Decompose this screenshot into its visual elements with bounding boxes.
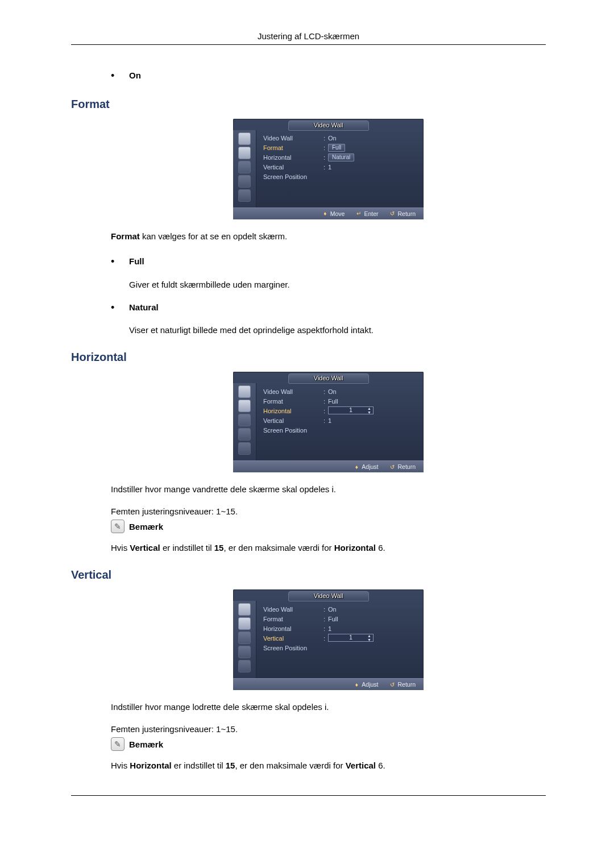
triangle-up-icon: ▲ xyxy=(367,634,371,638)
osd-row-format: Format : Full xyxy=(263,143,424,153)
return-icon: ↺ xyxy=(389,682,395,688)
format-intro: Format kan vælges for at se en opdelt sk… xyxy=(111,230,546,243)
vertical-levels: Femten justeringsniveauer: 1~15. xyxy=(111,724,546,734)
osd-row-screenposition: Screen Position xyxy=(263,172,424,182)
heading-vertical: Vertical xyxy=(71,568,546,582)
vertical-note: Hvis Horizontal er indstillet til 15, er… xyxy=(111,759,546,773)
adjust-icon: ♦ xyxy=(354,464,359,470)
osd-panel-horizontal: Video Wall Video Wall : On xyxy=(233,372,424,472)
note-b3: Vertical xyxy=(346,761,376,770)
osd-row-label: Vertical xyxy=(263,417,323,424)
note-t2: er indstillet til xyxy=(160,543,214,553)
note-b2: 15 xyxy=(226,761,235,770)
osd-sidebar-icon-5 xyxy=(238,189,251,202)
format-intro-rest: kan vælges for at se en opdelt skærm. xyxy=(140,231,287,241)
osd-sidebar-icon-4 xyxy=(238,428,251,441)
osd-sidebar-icon-1 xyxy=(238,603,251,616)
heading-format: Format xyxy=(71,98,546,111)
osd-title: Video Wall xyxy=(288,373,369,384)
osd-sidebar-icon-3 xyxy=(238,414,251,426)
osd-row-label: Video Wall xyxy=(263,606,323,613)
vertical-desc: Indstiller hvor mange lodrette dele skær… xyxy=(111,700,546,714)
osd-footer: ♦Adjust ↺Return xyxy=(233,460,424,472)
note-icon: ✎ xyxy=(111,737,125,751)
osd-title: Video Wall xyxy=(288,121,369,131)
osd-row-value: On xyxy=(328,135,337,142)
note-row: ✎ Bemærk xyxy=(111,737,546,751)
osd-row-label: Screen Position xyxy=(263,173,323,180)
osd-sidebar-icon-5 xyxy=(238,442,251,455)
osd-sidebar xyxy=(233,383,256,460)
note-b1: Vertical xyxy=(130,543,160,553)
osd-row-label: Vertical xyxy=(263,635,323,642)
note-label: Bemærk xyxy=(129,740,163,749)
osd-sidebar xyxy=(233,130,256,207)
osd-row-label: Video Wall xyxy=(263,135,323,142)
bullet-dot-icon: • xyxy=(111,68,129,84)
adjust-icon: ♦ xyxy=(354,682,359,688)
osd-row-label: Video Wall xyxy=(263,388,323,395)
osd-sidebar-icon-2 xyxy=(238,617,251,630)
osd-row-vertical: Vertical : 1 xyxy=(263,163,424,172)
osd-row-format: Format : Full xyxy=(263,396,424,406)
osd-footer: ♦Adjust ↺Return xyxy=(233,678,424,690)
osd-sidebar-icon-3 xyxy=(238,161,251,173)
natural-desc: Viser et naturligt billede med det oprin… xyxy=(129,323,546,337)
osd-colon: : xyxy=(323,398,328,405)
osd-sidebar-icon-2 xyxy=(238,400,251,412)
osd-colon: : xyxy=(323,625,328,632)
triangle-down-icon: ▼ xyxy=(367,638,371,642)
bullet-full-label: Full xyxy=(129,255,144,268)
osd-row-value: 1 xyxy=(328,625,331,632)
osd-row-value: 1 xyxy=(328,164,331,171)
osd-slider: 1▲▼ xyxy=(328,406,374,414)
osd-row-label: Format xyxy=(263,144,323,151)
format-intro-bold: Format xyxy=(111,231,140,241)
osd-colon: : xyxy=(323,408,328,414)
triangle-down-icon: ▼ xyxy=(367,410,371,414)
osd-colon: : xyxy=(323,164,328,171)
osd-row-label: Screen Position xyxy=(263,427,323,434)
bullet-on: • On xyxy=(111,68,546,84)
bullet-natural: • Natural xyxy=(111,300,546,316)
osd-row-videowall: Video Wall : On xyxy=(263,604,424,614)
osd-panel-vertical: Video Wall Video Wall : On xyxy=(233,589,424,690)
osd-row-value: On xyxy=(328,606,337,613)
horizontal-desc: Indstiller hvor mange vandrette dele skæ… xyxy=(111,483,546,496)
osd-colon: : xyxy=(323,135,328,142)
osd-list: Video Wall : On Format : Full Horizontal… xyxy=(256,130,424,207)
osd-sidebar-icon-1 xyxy=(238,132,251,145)
move-icon: ♦ xyxy=(322,210,328,217)
osd-row-value: Full xyxy=(328,616,338,622)
note-label: Bemærk xyxy=(129,522,163,531)
bullet-dot-icon: • xyxy=(111,300,129,316)
osd-footer-adjust: Adjust xyxy=(362,681,378,688)
full-desc: Giver et fuldt skærmbillede uden margine… xyxy=(129,278,546,292)
osd-row-vertical: Vertical : 1▲▼ xyxy=(263,633,424,643)
osd-row-horizontal: Horizontal : Natural xyxy=(263,153,424,163)
osd-row-value-pill: Natural xyxy=(328,153,354,161)
note-t2: er indstillet til xyxy=(172,761,226,770)
osd-row-value: 1 xyxy=(328,417,331,424)
note-t3: , er den maksimale værdi for xyxy=(223,543,334,553)
bullet-on-label: On xyxy=(129,69,141,82)
osd-row-label: Format xyxy=(263,398,323,405)
bullet-full: • Full xyxy=(111,254,546,270)
osd-footer-return: Return xyxy=(397,681,416,688)
page-header: Justering af LCD-skærmen xyxy=(71,31,546,45)
osd-colon: : xyxy=(323,417,328,424)
note-t3: , er den maksimale værdi for xyxy=(235,761,345,770)
return-icon: ↺ xyxy=(389,464,395,470)
osd-row-label: Screen Position xyxy=(263,645,323,651)
osd-colon: : xyxy=(323,606,328,613)
osd-row-vertical: Vertical : 1 xyxy=(263,416,424,425)
osd-footer: ♦Move ↵Enter ↺Return xyxy=(233,207,424,219)
note-icon: ✎ xyxy=(111,520,125,533)
osd-slider-value: 1 xyxy=(349,634,352,641)
osd-row-label: Horizontal xyxy=(263,408,323,414)
osd-footer-return: Return xyxy=(397,210,416,217)
note-t4: 6. xyxy=(376,543,385,553)
osd-sidebar-icon-4 xyxy=(238,175,251,188)
page-footer-rule xyxy=(71,795,546,796)
note-t1: Hvis xyxy=(111,543,130,553)
